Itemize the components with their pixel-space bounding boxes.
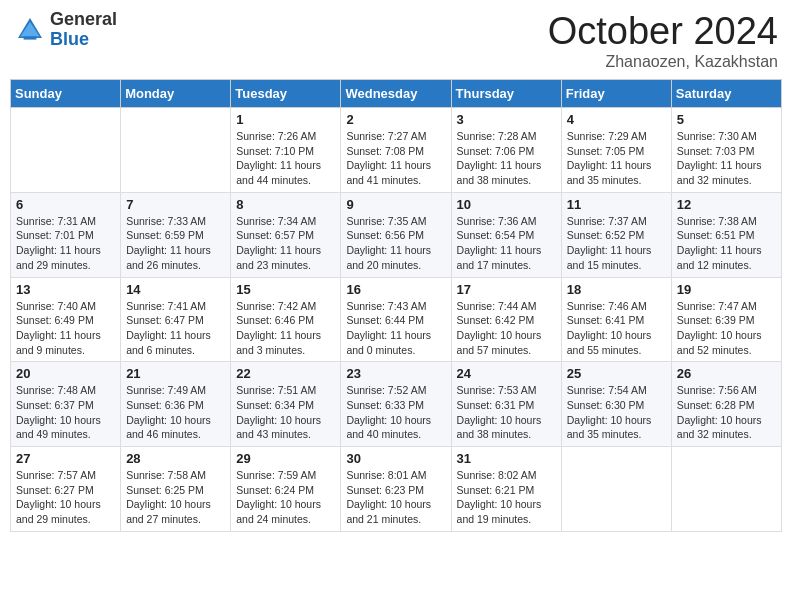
calendar-cell: 25Sunrise: 7:54 AM Sunset: 6:30 PM Dayli… [561, 362, 671, 447]
day-info: Sunrise: 7:44 AM Sunset: 6:42 PM Dayligh… [457, 299, 556, 358]
day-number: 24 [457, 366, 556, 381]
logo-icon [14, 14, 46, 46]
calendar-cell: 29Sunrise: 7:59 AM Sunset: 6:24 PM Dayli… [231, 447, 341, 532]
day-info: Sunrise: 7:56 AM Sunset: 6:28 PM Dayligh… [677, 383, 776, 442]
day-number: 9 [346, 197, 445, 212]
calendar-cell: 23Sunrise: 7:52 AM Sunset: 6:33 PM Dayli… [341, 362, 451, 447]
weekday-header: Wednesday [341, 80, 451, 108]
day-number: 23 [346, 366, 445, 381]
month-title: October 2024 [548, 10, 778, 53]
calendar-cell: 17Sunrise: 7:44 AM Sunset: 6:42 PM Dayli… [451, 277, 561, 362]
day-info: Sunrise: 7:31 AM Sunset: 7:01 PM Dayligh… [16, 214, 115, 273]
day-number: 2 [346, 112, 445, 127]
calendar-cell [561, 447, 671, 532]
calendar-cell: 19Sunrise: 7:47 AM Sunset: 6:39 PM Dayli… [671, 277, 781, 362]
day-info: Sunrise: 7:43 AM Sunset: 6:44 PM Dayligh… [346, 299, 445, 358]
day-info: Sunrise: 7:26 AM Sunset: 7:10 PM Dayligh… [236, 129, 335, 188]
day-number: 28 [126, 451, 225, 466]
day-info: Sunrise: 7:46 AM Sunset: 6:41 PM Dayligh… [567, 299, 666, 358]
calendar-cell: 14Sunrise: 7:41 AM Sunset: 6:47 PM Dayli… [121, 277, 231, 362]
calendar-cell [121, 108, 231, 193]
day-number: 11 [567, 197, 666, 212]
calendar-cell: 15Sunrise: 7:42 AM Sunset: 6:46 PM Dayli… [231, 277, 341, 362]
day-number: 18 [567, 282, 666, 297]
day-info: Sunrise: 7:51 AM Sunset: 6:34 PM Dayligh… [236, 383, 335, 442]
day-info: Sunrise: 7:40 AM Sunset: 6:49 PM Dayligh… [16, 299, 115, 358]
calendar-cell: 7Sunrise: 7:33 AM Sunset: 6:59 PM Daylig… [121, 192, 231, 277]
day-info: Sunrise: 7:33 AM Sunset: 6:59 PM Dayligh… [126, 214, 225, 273]
calendar-cell: 8Sunrise: 7:34 AM Sunset: 6:57 PM Daylig… [231, 192, 341, 277]
day-info: Sunrise: 8:02 AM Sunset: 6:21 PM Dayligh… [457, 468, 556, 527]
day-number: 31 [457, 451, 556, 466]
day-number: 25 [567, 366, 666, 381]
day-number: 30 [346, 451, 445, 466]
weekday-header: Friday [561, 80, 671, 108]
calendar-cell: 28Sunrise: 7:58 AM Sunset: 6:25 PM Dayli… [121, 447, 231, 532]
calendar-cell: 6Sunrise: 7:31 AM Sunset: 7:01 PM Daylig… [11, 192, 121, 277]
logo-text: General Blue [50, 10, 117, 50]
day-info: Sunrise: 7:54 AM Sunset: 6:30 PM Dayligh… [567, 383, 666, 442]
calendar-cell: 16Sunrise: 7:43 AM Sunset: 6:44 PM Dayli… [341, 277, 451, 362]
calendar-cell: 24Sunrise: 7:53 AM Sunset: 6:31 PM Dayli… [451, 362, 561, 447]
calendar-cell: 21Sunrise: 7:49 AM Sunset: 6:36 PM Dayli… [121, 362, 231, 447]
day-number: 27 [16, 451, 115, 466]
day-number: 21 [126, 366, 225, 381]
day-number: 29 [236, 451, 335, 466]
day-info: Sunrise: 8:01 AM Sunset: 6:23 PM Dayligh… [346, 468, 445, 527]
calendar-cell: 26Sunrise: 7:56 AM Sunset: 6:28 PM Dayli… [671, 362, 781, 447]
calendar-cell: 3Sunrise: 7:28 AM Sunset: 7:06 PM Daylig… [451, 108, 561, 193]
day-number: 13 [16, 282, 115, 297]
day-info: Sunrise: 7:47 AM Sunset: 6:39 PM Dayligh… [677, 299, 776, 358]
day-info: Sunrise: 7:36 AM Sunset: 6:54 PM Dayligh… [457, 214, 556, 273]
title-block: October 2024 Zhanaozen, Kazakhstan [548, 10, 778, 71]
day-number: 8 [236, 197, 335, 212]
day-info: Sunrise: 7:35 AM Sunset: 6:56 PM Dayligh… [346, 214, 445, 273]
day-number: 14 [126, 282, 225, 297]
day-number: 6 [16, 197, 115, 212]
day-number: 26 [677, 366, 776, 381]
calendar-week-row: 20Sunrise: 7:48 AM Sunset: 6:37 PM Dayli… [11, 362, 782, 447]
day-info: Sunrise: 7:59 AM Sunset: 6:24 PM Dayligh… [236, 468, 335, 527]
weekday-header: Monday [121, 80, 231, 108]
day-number: 5 [677, 112, 776, 127]
day-number: 22 [236, 366, 335, 381]
page-header: General Blue October 2024 Zhanaozen, Kaz… [10, 10, 782, 71]
weekday-header: Tuesday [231, 80, 341, 108]
calendar-week-row: 1Sunrise: 7:26 AM Sunset: 7:10 PM Daylig… [11, 108, 782, 193]
calendar-week-row: 13Sunrise: 7:40 AM Sunset: 6:49 PM Dayli… [11, 277, 782, 362]
calendar-cell: 11Sunrise: 7:37 AM Sunset: 6:52 PM Dayli… [561, 192, 671, 277]
calendar-cell: 9Sunrise: 7:35 AM Sunset: 6:56 PM Daylig… [341, 192, 451, 277]
calendar-week-row: 6Sunrise: 7:31 AM Sunset: 7:01 PM Daylig… [11, 192, 782, 277]
calendar-cell: 27Sunrise: 7:57 AM Sunset: 6:27 PM Dayli… [11, 447, 121, 532]
location: Zhanaozen, Kazakhstan [548, 53, 778, 71]
day-number: 16 [346, 282, 445, 297]
day-info: Sunrise: 7:27 AM Sunset: 7:08 PM Dayligh… [346, 129, 445, 188]
calendar-cell: 5Sunrise: 7:30 AM Sunset: 7:03 PM Daylig… [671, 108, 781, 193]
day-info: Sunrise: 7:58 AM Sunset: 6:25 PM Dayligh… [126, 468, 225, 527]
calendar-cell: 22Sunrise: 7:51 AM Sunset: 6:34 PM Dayli… [231, 362, 341, 447]
day-number: 20 [16, 366, 115, 381]
calendar-cell [671, 447, 781, 532]
calendar-cell: 4Sunrise: 7:29 AM Sunset: 7:05 PM Daylig… [561, 108, 671, 193]
weekday-header: Thursday [451, 80, 561, 108]
calendar-cell: 20Sunrise: 7:48 AM Sunset: 6:37 PM Dayli… [11, 362, 121, 447]
day-info: Sunrise: 7:37 AM Sunset: 6:52 PM Dayligh… [567, 214, 666, 273]
day-info: Sunrise: 7:29 AM Sunset: 7:05 PM Dayligh… [567, 129, 666, 188]
calendar-cell: 1Sunrise: 7:26 AM Sunset: 7:10 PM Daylig… [231, 108, 341, 193]
day-number: 17 [457, 282, 556, 297]
calendar-cell: 18Sunrise: 7:46 AM Sunset: 6:41 PM Dayli… [561, 277, 671, 362]
day-info: Sunrise: 7:57 AM Sunset: 6:27 PM Dayligh… [16, 468, 115, 527]
day-number: 7 [126, 197, 225, 212]
calendar-cell: 30Sunrise: 8:01 AM Sunset: 6:23 PM Dayli… [341, 447, 451, 532]
day-info: Sunrise: 7:42 AM Sunset: 6:46 PM Dayligh… [236, 299, 335, 358]
calendar-cell: 31Sunrise: 8:02 AM Sunset: 6:21 PM Dayli… [451, 447, 561, 532]
logo-general-text: General [50, 10, 117, 30]
calendar-cell: 10Sunrise: 7:36 AM Sunset: 6:54 PM Dayli… [451, 192, 561, 277]
day-number: 15 [236, 282, 335, 297]
day-number: 1 [236, 112, 335, 127]
calendar-cell: 13Sunrise: 7:40 AM Sunset: 6:49 PM Dayli… [11, 277, 121, 362]
day-number: 10 [457, 197, 556, 212]
day-info: Sunrise: 7:49 AM Sunset: 6:36 PM Dayligh… [126, 383, 225, 442]
logo-blue-text: Blue [50, 30, 117, 50]
day-number: 12 [677, 197, 776, 212]
